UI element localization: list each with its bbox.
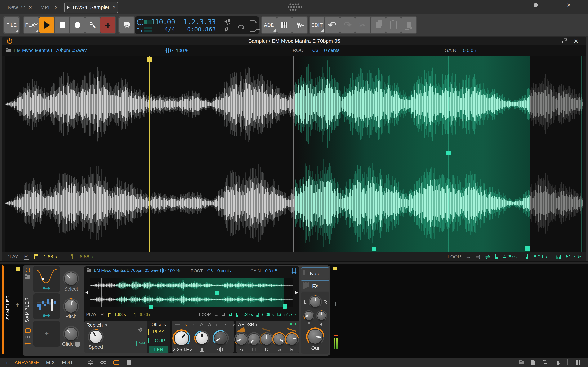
loop-crossfade-value[interactable]: 51.7 %: [285, 312, 298, 317]
release-knob[interactable]: [286, 334, 297, 345]
remote-controls-icon[interactable]: [25, 328, 31, 333]
duplicate-button[interactable]: +: [401, 17, 416, 33]
transport-stop-button[interactable]: [55, 17, 69, 33]
automation-follow-icon[interactable]: [249, 19, 261, 24]
filter-lp4-icon[interactable]: [191, 323, 197, 327]
dual-display-icon[interactable]: [113, 360, 120, 365]
transport-record-button[interactable]: [70, 17, 85, 33]
project-tab-new2[interactable]: New 2 * ×: [6, 2, 34, 13]
filter-bp2-icon[interactable]: [199, 323, 205, 327]
stretch-mode-icon[interactable]: [164, 47, 173, 54]
filter-bp4-icon[interactable]: [207, 323, 213, 327]
steps-modulator-cell[interactable]: [34, 293, 60, 319]
loop-end-handle[interactable]: [283, 304, 287, 309]
metronome-icon[interactable]: [224, 26, 230, 33]
envelope-modulator-cell[interactable]: [34, 266, 60, 292]
position-time-display[interactable]: 0:00.863: [187, 26, 216, 33]
add-menu-button[interactable]: ADD: [262, 17, 277, 33]
snap-grid-icon[interactable]: [575, 47, 582, 54]
sample-file-name[interactable]: EM Mvoc Mantra E 70bpm 05.wav: [94, 268, 158, 273]
pan-knob[interactable]: [310, 297, 320, 307]
punch-in-icon[interactable]: [223, 18, 231, 25]
note-chain-button[interactable]: Note: [301, 267, 329, 279]
waveform-canvas[interactable]: [5, 56, 583, 252]
snap-settings-icon[interactable]: [88, 359, 93, 365]
attack-knob[interactable]: [236, 334, 247, 345]
device-power-icon[interactable]: [25, 267, 31, 273]
filter-resonance-knob[interactable]: [196, 332, 208, 344]
loop-end-value[interactable]: 6.09 s: [262, 312, 274, 317]
loop-end-value[interactable]: 6.09 s: [533, 254, 547, 260]
close-window-icon[interactable]: ×: [567, 3, 571, 7]
device-drag-target[interactable]: [333, 267, 337, 270]
loop-mode-pingpong-icon[interactable]: ⇄: [485, 253, 490, 260]
arranger-loop-icon[interactable]: [236, 21, 246, 30]
loop-mode-pingpong-icon[interactable]: ⇄: [229, 312, 232, 317]
reverse-icon[interactable]: R: [100, 312, 104, 317]
copy-button[interactable]: [371, 17, 386, 33]
engine-active-indicator[interactable]: [534, 3, 538, 7]
root-note-value[interactable]: C3: [312, 48, 318, 53]
root-note-value[interactable]: C3: [208, 268, 213, 273]
filter-cutoff-knob[interactable]: [174, 332, 188, 345]
browser-panel-icon[interactable]: [519, 361, 524, 364]
scroll-left-icon[interactable]: [85, 291, 88, 295]
loop-crossfade-value[interactable]: 51.7 %: [566, 254, 581, 260]
sample-file-name[interactable]: EM Mvoc Mantra E 70bpm 05.wav: [14, 48, 87, 53]
select-knob[interactable]: [65, 272, 77, 285]
loop-start-value[interactable]: 4.29 s: [503, 254, 517, 260]
play-start-value[interactable]: 1.68 s: [114, 312, 126, 317]
add-instrument-track-button[interactable]: [277, 17, 292, 33]
offset-loop-button[interactable]: LOOP: [147, 338, 170, 343]
loop-start-value[interactable]: 4.29 s: [242, 312, 253, 317]
glide-length-badge[interactable]: L: [75, 342, 80, 347]
touch-mode-icon[interactable]: [555, 359, 560, 365]
tempo-display[interactable]: 110.00: [151, 18, 175, 26]
restore-window-icon[interactable]: [554, 3, 559, 8]
play-start-value[interactable]: 1.68 s: [43, 254, 57, 260]
automation-write-button[interactable]: W: [85, 17, 100, 33]
decay-knob[interactable]: [261, 334, 272, 345]
tab-close-icon[interactable]: ×: [112, 4, 116, 10]
track-drag-handle[interactable]: [16, 267, 20, 271]
sample-folder-icon[interactable]: [87, 269, 91, 272]
file-menu-button[interactable]: FILE: [4, 17, 19, 33]
offset-len-button[interactable]: LEN: [149, 346, 168, 353]
loop-start-handle[interactable]: [149, 305, 153, 309]
track-color-strip[interactable]: [2, 265, 4, 354]
project-tab-bws4-sampler[interactable]: BWS4_Sampler ×: [64, 1, 118, 13]
loop-end-handle[interactable]: [525, 246, 530, 251]
keytrack-amount-knob[interactable]: [305, 312, 313, 320]
offset-play-button[interactable]: PLAY: [147, 329, 170, 334]
inspector-file-icon[interactable]: [531, 360, 535, 365]
cut-button[interactable]: ✂: [355, 17, 370, 33]
overdub-button[interactable]: +: [101, 17, 115, 33]
io-routing-icon[interactable]: [542, 360, 548, 365]
filter-cutoff-value[interactable]: 2.25 kHz: [172, 347, 193, 353]
freeze-icon[interactable]: ❄: [138, 326, 143, 334]
pitch-knob[interactable]: [65, 300, 77, 313]
play-start-handle[interactable]: [147, 57, 152, 62]
root-detune-value[interactable]: 0 cents: [324, 48, 339, 53]
loop-crossfade-handle[interactable]: [446, 151, 451, 155]
play-end-value[interactable]: 6.86 s: [80, 254, 93, 260]
filter-keytrack-knob[interactable]: [214, 332, 227, 344]
loop-start-handle[interactable]: [372, 247, 377, 251]
loop-mode-forward-icon[interactable]: ⇉: [221, 312, 225, 317]
loop-mode-off-icon[interactable]: →: [214, 312, 218, 317]
mixer-strip-icon[interactable]: [126, 360, 132, 365]
sample-folder-icon[interactable]: [6, 49, 10, 52]
modulators-grid-icon[interactable]: [25, 335, 30, 340]
edit-menu-button[interactable]: EDIT: [310, 17, 324, 33]
root-detune-value[interactable]: 0 cents: [217, 268, 231, 273]
filter-hp4-icon[interactable]: [223, 323, 229, 327]
automation-touch-icon[interactable]: [249, 28, 261, 33]
info-icon[interactable]: i: [6, 359, 8, 366]
track-name[interactable]: SAMPLER: [5, 295, 10, 320]
hold-knob[interactable]: [249, 334, 259, 345]
speed-knob[interactable]: [90, 331, 102, 343]
capture-to-library-button[interactable]: [119, 17, 134, 33]
loop-mode-off-icon[interactable]: →: [466, 253, 471, 260]
envelope-mod-out-icon[interactable]: [290, 322, 297, 326]
time-signature-display[interactable]: 4/4: [164, 26, 175, 33]
